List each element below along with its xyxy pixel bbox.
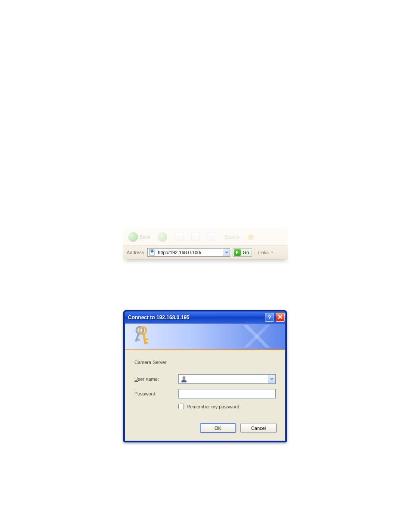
- password-label: Password:: [134, 391, 178, 396]
- username-row: User name:: [134, 374, 276, 384]
- dialog-title: Connect to 192.168.0.195: [128, 314, 263, 320]
- address-dropdown[interactable]: [223, 249, 230, 256]
- dialog-titlebar[interactable]: Connect to 192.168.0.195 ?: [125, 311, 286, 323]
- address-field[interactable]: [147, 248, 230, 257]
- stop-button[interactable]: [175, 233, 184, 241]
- username-combo[interactable]: [178, 374, 276, 384]
- username-label: User name:: [134, 376, 178, 382]
- address-row: Address Go Links »: [123, 246, 288, 259]
- go-arrow-icon: [234, 249, 241, 256]
- forward-button[interactable]: [158, 232, 167, 242]
- password-input[interactable]: [178, 389, 276, 398]
- cancel-button[interactable]: Cancel: [240, 423, 277, 433]
- back-icon: [128, 232, 138, 242]
- server-realm-label: Camera Server: [134, 360, 276, 365]
- address-label: Address: [127, 250, 144, 255]
- close-icon: [278, 314, 283, 320]
- back-button[interactable]: Back: [128, 232, 150, 242]
- help-icon: ?: [268, 314, 271, 320]
- go-label: Go: [243, 250, 249, 255]
- links-overflow-icon[interactable]: »: [271, 252, 273, 253]
- auth-dialog: Connect to 192.168.0.195 ?: [123, 310, 287, 442]
- go-button[interactable]: Go: [233, 248, 252, 257]
- help-button[interactable]: ?: [265, 313, 274, 322]
- password-row: Password:: [134, 389, 276, 398]
- favorites-icon[interactable]: [247, 233, 255, 241]
- dialog-body: Camera Server User name:: [125, 323, 286, 441]
- username-input[interactable]: [189, 376, 268, 383]
- remember-row: Remember my password: [178, 404, 276, 409]
- search-label: Search: [224, 234, 239, 240]
- home-button[interactable]: [208, 233, 216, 241]
- ie-page-icon: [149, 249, 156, 256]
- remember-checkbox[interactable]: [178, 404, 184, 409]
- links-label: Links: [258, 250, 269, 255]
- dialog-form: Camera Server User name:: [125, 350, 285, 416]
- close-button[interactable]: [276, 313, 285, 322]
- username-dropdown[interactable]: [268, 375, 275, 383]
- ie-nav-row: Back Search: [123, 228, 288, 246]
- remember-label[interactable]: Remember my password: [187, 404, 239, 409]
- toolbar-separator: [255, 248, 255, 257]
- svg-point-8: [183, 376, 185, 379]
- ok-button[interactable]: OK: [200, 423, 236, 433]
- dialog-banner: [125, 324, 285, 349]
- address-input[interactable]: [157, 249, 223, 255]
- user-icon: [181, 376, 187, 383]
- back-label: Back: [140, 234, 150, 240]
- dialog-buttons: OK Cancel: [125, 416, 285, 441]
- ie-toolbar: Back Search Address: [123, 228, 288, 259]
- refresh-button[interactable]: [191, 233, 200, 241]
- keys-icon: [131, 325, 153, 348]
